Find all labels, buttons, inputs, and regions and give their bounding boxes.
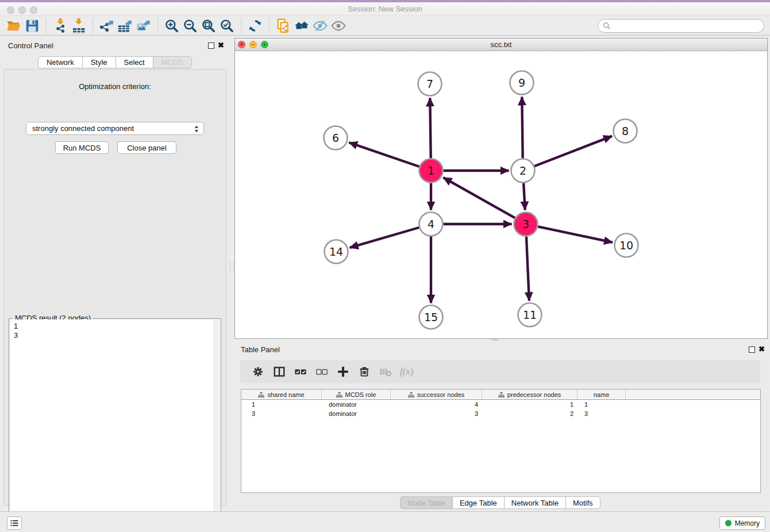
tab-style[interactable]: Style bbox=[82, 56, 116, 68]
chevron-up-down-icon bbox=[192, 124, 201, 134]
control-panel-tabs: NetworkStyleSelectMCDS bbox=[0, 56, 230, 68]
home-view-button[interactable] bbox=[292, 18, 311, 34]
close-panel-button[interactable]: Close panel bbox=[117, 141, 176, 154]
function-builder-button[interactable]: f(x) bbox=[396, 363, 417, 380]
node-label-11: 11 bbox=[523, 309, 537, 321]
column-header-predecessor-nodes[interactable]: predecessor nodes bbox=[482, 390, 578, 399]
tab-select[interactable]: Select bbox=[116, 56, 153, 68]
delete-column-icon bbox=[358, 365, 371, 378]
show-eye-button[interactable] bbox=[329, 18, 348, 34]
cell-shared-name[interactable]: 1 bbox=[241, 400, 322, 409]
optimization-criterion-label: Optimization criterion: bbox=[4, 82, 226, 91]
table-row[interactable]: 3dominator323 bbox=[241, 409, 760, 418]
zoom-out-button[interactable] bbox=[181, 18, 199, 34]
search-field[interactable] bbox=[598, 19, 764, 33]
export-image-button[interactable] bbox=[134, 18, 153, 34]
destroy-column-icon bbox=[379, 365, 392, 378]
select-all-icon bbox=[294, 365, 307, 378]
cell-MCDS-role[interactable]: dominator bbox=[322, 400, 391, 409]
column-header-MCDS-role[interactable]: MCDS role bbox=[322, 390, 391, 399]
clone-network-button[interactable] bbox=[274, 18, 292, 34]
export-table-icon bbox=[118, 18, 133, 33]
edge-2-3[interactable] bbox=[523, 183, 525, 210]
select-all-button[interactable] bbox=[290, 363, 311, 380]
tab-edge-table[interactable]: Edge Table bbox=[452, 496, 505, 509]
edge-1-7[interactable] bbox=[430, 98, 430, 158]
cell-MCDS-role[interactable]: dominator bbox=[322, 409, 391, 418]
network-canvas[interactable]: 1234678910111415 bbox=[235, 51, 767, 338]
deselect-all-icon bbox=[315, 365, 328, 378]
settings-button[interactable] bbox=[247, 363, 268, 380]
table-panel-close-icon[interactable]: ✖ bbox=[759, 345, 765, 354]
edge-3-1[interactable] bbox=[443, 178, 515, 218]
open-session-button[interactable] bbox=[5, 18, 23, 34]
node-label-4: 4 bbox=[428, 218, 434, 230]
cell-shared-name[interactable]: 3 bbox=[241, 409, 322, 418]
network-window-titlebar[interactable]: × – + scc.txt bbox=[235, 38, 767, 51]
node-label-8: 8 bbox=[622, 125, 629, 137]
refresh-view-button[interactable] bbox=[246, 18, 264, 34]
zoom-out-icon bbox=[183, 18, 198, 33]
column-header-name[interactable]: name bbox=[578, 390, 626, 399]
control-panel-title: Control Panel bbox=[8, 41, 53, 50]
zoom-fit-button[interactable] bbox=[199, 18, 218, 34]
memory-status-dot bbox=[725, 520, 732, 526]
mcds-result-text[interactable]: 13 bbox=[10, 319, 220, 531]
tab-network[interactable]: Network bbox=[38, 56, 83, 68]
deselect-all-button[interactable] bbox=[311, 363, 332, 380]
edge-1-6[interactable] bbox=[349, 142, 419, 167]
mcds-result-scrollbar[interactable] bbox=[214, 319, 221, 532]
application-window: Session: New Session Control Panel ✖ Net… bbox=[0, 0, 770, 532]
node-label-10: 10 bbox=[619, 239, 633, 252]
tab-motifs[interactable]: Motifs bbox=[565, 496, 600, 509]
control-panel-float-icon[interactable] bbox=[208, 43, 214, 49]
destroy-column-button[interactable] bbox=[375, 363, 396, 380]
delete-column-button[interactable] bbox=[353, 363, 375, 380]
export-table-button[interactable] bbox=[116, 18, 134, 34]
hide-eye-button[interactable] bbox=[311, 18, 329, 34]
control-panel-close-icon[interactable]: ✖ bbox=[218, 41, 224, 50]
table-row[interactable]: 1dominator411 bbox=[241, 400, 760, 409]
columns-button[interactable] bbox=[268, 363, 290, 380]
refresh-view-icon bbox=[248, 18, 263, 33]
export-image-icon bbox=[136, 18, 151, 33]
criterion-dropdown[interactable]: strongly connected component bbox=[26, 122, 204, 135]
cell-name[interactable]: 3 bbox=[578, 409, 626, 418]
zoom-in-button[interactable] bbox=[163, 18, 181, 34]
zoom-selected-icon bbox=[220, 18, 234, 33]
tab-mcds[interactable]: MCDS bbox=[153, 56, 192, 68]
tab-network-table[interactable]: Network Table bbox=[504, 496, 566, 509]
task-history-button[interactable] bbox=[7, 516, 22, 530]
edge-4-14[interactable] bbox=[350, 228, 419, 248]
control-panel: Control Panel ✖ NetworkStyleSelectMCDS O… bbox=[0, 38, 230, 508]
cell-predecessor-nodes[interactable]: 2 bbox=[482, 409, 578, 418]
column-header-successor-nodes[interactable]: successor nodes bbox=[391, 390, 482, 399]
node-table-body: 1dominator4113dominator323 bbox=[241, 400, 760, 418]
import-table-button[interactable] bbox=[70, 18, 88, 34]
column-header-shared-name[interactable]: shared name bbox=[241, 390, 322, 399]
cell-successor-nodes[interactable]: 4 bbox=[391, 400, 482, 409]
edge-3-11[interactable] bbox=[526, 236, 529, 300]
vertical-splitter-handle[interactable] bbox=[230, 261, 234, 271]
search-input[interactable] bbox=[614, 22, 759, 30]
node-table-header-row: shared nameMCDS rolesuccessor nodesprede… bbox=[241, 390, 760, 400]
cell-predecessor-nodes[interactable]: 1 bbox=[482, 400, 578, 409]
table-panel-float-icon[interactable] bbox=[749, 346, 755, 353]
edge-2-9[interactable] bbox=[522, 97, 522, 158]
columns-icon bbox=[273, 365, 286, 378]
memory-button[interactable]: Memory bbox=[719, 516, 765, 530]
export-network-icon bbox=[99, 18, 114, 33]
cell-name[interactable]: 1 bbox=[578, 400, 626, 409]
edge-2-8[interactable] bbox=[534, 136, 612, 166]
add-column-button[interactable] bbox=[332, 363, 353, 380]
edge-3-10[interactable] bbox=[538, 226, 613, 242]
tab-node-table[interactable]: Node Table bbox=[400, 496, 453, 509]
import-network-button[interactable] bbox=[51, 18, 70, 34]
zoom-selected-button[interactable] bbox=[218, 18, 236, 34]
save-session-button[interactable] bbox=[23, 18, 41, 34]
horizontal-splitter-handle[interactable] bbox=[491, 339, 498, 341]
run-mcds-button[interactable]: Run MCDS bbox=[55, 141, 109, 154]
table-panel: Table Panel ✖ f(x) shared nameMCDS roles… bbox=[233, 342, 768, 511]
export-network-button[interactable] bbox=[98, 18, 116, 34]
cell-successor-nodes[interactable]: 3 bbox=[391, 409, 482, 418]
